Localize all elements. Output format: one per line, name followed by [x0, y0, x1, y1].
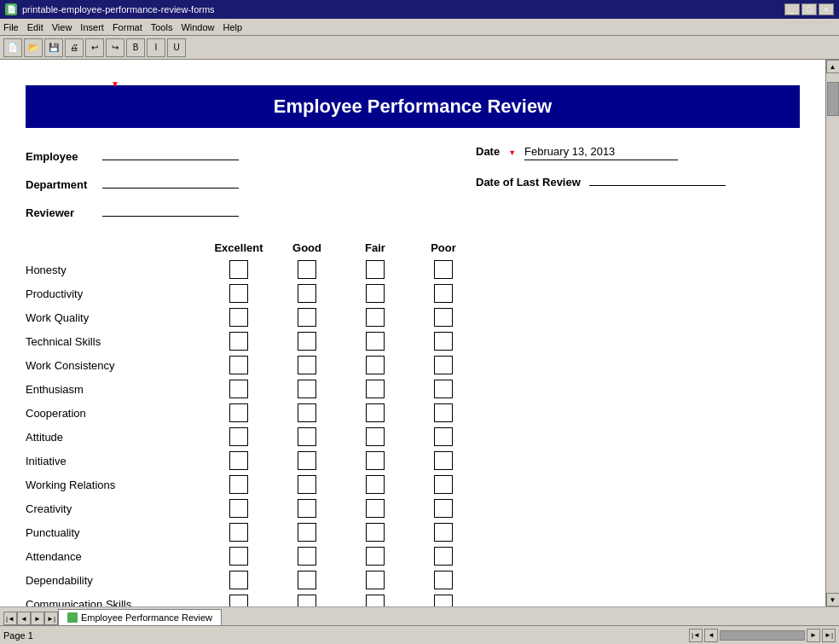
sheet-tab[interactable]: Employee Performance Review [58, 609, 222, 625]
poor-checkbox[interactable] [434, 523, 453, 542]
toolbar-redo[interactable]: ↪ [106, 38, 124, 57]
excellent-checkbox[interactable] [229, 595, 248, 606]
good-checkbox[interactable] [298, 427, 316, 446]
poor-checkbox[interactable] [434, 499, 453, 518]
excellent-checkbox[interactable] [229, 332, 248, 351]
good-checkbox[interactable] [298, 571, 316, 589]
toolbar-bold[interactable]: B [126, 38, 145, 57]
toolbar-undo[interactable]: ↩ [85, 38, 104, 57]
menu-format[interactable]: Format [113, 22, 142, 32]
poor-checkbox[interactable] [434, 571, 453, 589]
status-nav-last[interactable]: ►| [822, 629, 836, 642]
scroll-track[interactable] [826, 73, 839, 593]
fair-checkbox[interactable] [366, 260, 385, 279]
scroll-thumb[interactable] [827, 82, 839, 116]
excellent-checkbox[interactable] [229, 260, 248, 279]
maximize-button[interactable]: □ [801, 3, 817, 15]
poor-checkbox[interactable] [434, 284, 453, 303]
menu-help[interactable]: Help [223, 22, 243, 32]
poor-checkbox[interactable] [434, 451, 453, 470]
fair-checkbox[interactable] [366, 308, 385, 327]
good-checkbox[interactable] [298, 380, 316, 398]
excellent-checkbox[interactable] [229, 523, 248, 542]
good-checkbox[interactable] [298, 451, 316, 470]
excellent-checkbox[interactable] [229, 284, 248, 303]
poor-checkbox[interactable] [434, 260, 453, 279]
good-checkbox[interactable] [298, 595, 316, 606]
fair-checkbox[interactable] [366, 571, 385, 589]
poor-checkbox[interactable] [434, 403, 453, 422]
menu-window[interactable]: Window [181, 22, 214, 32]
scroll-down-button[interactable]: ▼ [826, 593, 840, 606]
good-checkbox[interactable] [298, 260, 316, 279]
excellent-checkbox[interactable] [229, 403, 248, 422]
excellent-checkbox[interactable] [229, 380, 248, 398]
date-input[interactable]: February 13, 2013 [524, 145, 678, 160]
poor-checkbox[interactable] [434, 332, 453, 351]
poor-checkbox[interactable] [434, 547, 453, 566]
fair-checkbox[interactable] [366, 547, 385, 566]
tab-last-button[interactable]: ►| [44, 612, 58, 625]
minimize-button[interactable]: _ [784, 3, 800, 15]
fair-checkbox[interactable] [366, 595, 385, 606]
excellent-checkbox[interactable] [229, 427, 248, 446]
fair-checkbox[interactable] [366, 332, 385, 351]
good-checkbox[interactable] [298, 523, 316, 542]
tab-first-button[interactable]: |◄ [3, 612, 17, 625]
menu-tools[interactable]: Tools [151, 22, 173, 32]
fair-checkbox[interactable] [366, 523, 385, 542]
poor-checkbox[interactable] [434, 356, 453, 374]
good-checkbox[interactable] [298, 403, 316, 422]
title-bar-controls[interactable]: _ □ × [784, 3, 834, 15]
menu-edit[interactable]: Edit [27, 22, 43, 32]
fair-checkbox[interactable] [366, 380, 385, 398]
reviewer-input[interactable] [102, 201, 239, 217]
menu-file[interactable]: File [3, 22, 19, 32]
scroll-up-button[interactable]: ▲ [826, 60, 840, 73]
poor-checkbox[interactable] [434, 308, 453, 327]
close-button[interactable]: × [819, 3, 834, 15]
fair-checkbox[interactable] [366, 499, 385, 518]
excellent-checkbox[interactable] [229, 475, 248, 494]
good-checkbox[interactable] [298, 356, 316, 374]
excellent-checkbox[interactable] [229, 356, 248, 374]
fair-checkbox[interactable] [366, 356, 385, 374]
good-checkbox[interactable] [298, 308, 316, 327]
poor-checkbox[interactable] [434, 427, 453, 446]
excellent-checkbox[interactable] [229, 547, 248, 566]
poor-checkbox[interactable] [434, 595, 453, 606]
good-checkbox[interactable] [298, 499, 316, 518]
toolbar-print[interactable]: 🖨 [65, 38, 84, 57]
toolbar-underline[interactable]: U [167, 38, 186, 57]
toolbar-save[interactable]: 💾 [44, 38, 63, 57]
status-nav-next[interactable]: ► [807, 629, 820, 642]
tab-prev-button[interactable]: ◄ [17, 612, 31, 625]
good-checkbox[interactable] [298, 332, 316, 351]
excellent-checkbox[interactable] [229, 499, 248, 518]
menu-insert[interactable]: Insert [80, 22, 104, 32]
menu-view[interactable]: View [52, 22, 72, 32]
good-checkbox[interactable] [298, 284, 316, 303]
excellent-checkbox[interactable] [229, 571, 248, 589]
last-review-input[interactable] [589, 171, 726, 186]
good-checkbox[interactable] [298, 475, 316, 494]
toolbar-new[interactable]: 📄 [3, 38, 22, 57]
status-nav-first[interactable]: |◄ [689, 629, 703, 642]
fair-checkbox[interactable] [366, 284, 385, 303]
fair-checkbox[interactable] [366, 451, 385, 470]
employee-input[interactable] [102, 145, 239, 160]
status-scrollbar[interactable] [720, 630, 805, 641]
poor-checkbox[interactable] [434, 475, 453, 494]
toolbar-open[interactable]: 📂 [24, 38, 43, 57]
good-checkbox[interactable] [298, 547, 316, 566]
status-nav-prev[interactable]: ◄ [704, 629, 718, 642]
department-input[interactable] [102, 173, 239, 189]
fair-checkbox[interactable] [366, 427, 385, 446]
fair-checkbox[interactable] [366, 403, 385, 422]
tab-next-button[interactable]: ► [31, 612, 44, 625]
fair-checkbox[interactable] [366, 475, 385, 494]
excellent-checkbox[interactable] [229, 451, 248, 470]
excellent-checkbox[interactable] [229, 308, 248, 327]
toolbar-italic[interactable]: I [147, 38, 165, 57]
poor-checkbox[interactable] [434, 380, 453, 398]
